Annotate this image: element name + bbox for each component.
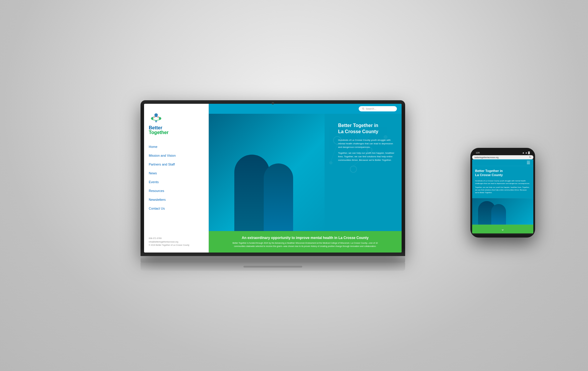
phone-hero-desc: Hundreds of La Crosse County youth strug… [475,180,530,194]
green-section-title: An extraordinary opportunity to improve … [216,236,395,240]
hero-title: Better Together in La Crosse County [338,123,397,135]
logo-text-better: Better [149,126,204,130]
svg-point-8 [154,116,155,117]
green-section-body: Better Together is funded through 2024 b… [232,242,379,248]
nav-item-newsletters[interactable]: Newsletters [149,195,204,204]
laptop-body: Better Together Home Mission and Vision … [141,100,405,256]
nav-item-resources[interactable]: Resources [149,186,204,195]
phone-url: bettertogetherlacrosse.org [475,156,499,158]
green-section: An extraordinary opportunity to improve … [209,231,402,253]
phone-nav: ☰ [472,159,533,166]
svg-point-0 [154,113,158,117]
svg-point-16 [329,161,333,164]
hero-people [209,114,325,231]
svg-line-11 [364,109,364,110]
phone-body: 120 ▲ ▲ ▓ bettertogetherlacrosse.org ↻ ☰… [470,148,535,238]
phone-para1: Hundreds of La Crosse County youth strug… [475,180,530,185]
nav-item-home[interactable]: Home [149,142,204,151]
search-placeholder: Search... [366,107,376,110]
phone-icons: ▲ ▲ ▓ [522,151,530,154]
laptop-hinge [243,266,302,268]
nav-item-mission[interactable]: Mission and Vision [149,151,204,160]
phone-bottom-bar [472,233,533,235]
svg-line-7 [156,120,160,121]
laptop-screen: Better Together Home Mission and Vision … [144,104,402,253]
hamburger-icon[interactable]: ☰ [527,161,530,165]
nav-menu: Home Mission and Vision Partners and Sta… [149,142,204,232]
phone-status-bar: 120 ▲ ▲ ▓ [472,151,533,155]
phone-hero-section: Better Together in La Crosse County Hund… [472,166,533,198]
svg-point-1 [151,117,153,120]
phone-person-2 [491,204,506,225]
svg-point-10 [363,108,364,109]
svg-point-9 [158,116,158,117]
footer-copyright: © 2019 Better Together of La Crosse Coun… [149,243,204,247]
phone-refresh-icon[interactable]: ↻ [529,156,531,158]
hero-para2: Together, we can help our youth live hap… [338,151,397,162]
person-2 [264,163,293,231]
svg-line-6 [152,120,156,121]
search-bar[interactable]: Search... [359,106,397,111]
footer-email: info@bettertogetherlacrosse.org [149,240,204,243]
logo-area: Better Together [149,110,204,135]
laptop-device: Better Together Home Mission and Vision … [141,100,405,271]
phone-para2: Together, we can help our youth live hap… [475,186,530,194]
website-sidebar: Better Together Home Mission and Vision … [144,104,209,253]
logo-text-together: Together [149,130,204,135]
sidebar-footer: 608-371-9789 info@bettertogetherlacrosse… [149,237,204,247]
svg-point-3 [155,121,157,123]
laptop-base [141,256,405,263]
phone-image-area [472,198,533,225]
website-main: Search... [209,104,402,253]
footer-phone: 608-371-9789 [149,237,204,240]
nav-item-contact[interactable]: Contact Us [149,204,204,213]
svg-point-14 [350,166,357,173]
hero-para1: Hundreds of La Crosse County youth strug… [338,138,397,149]
phone-time: 120 [476,151,480,154]
phone-green-section: ⌄ [472,225,533,233]
nav-item-partners[interactable]: Partners and Staff [149,160,204,168]
svg-point-2 [159,117,161,120]
nav-item-news[interactable]: News [149,168,204,177]
website-header: Search... [209,104,402,114]
scroll-down-icon[interactable]: ⌄ [501,227,505,231]
phone-hero-title: Better Together in La Crosse County [475,169,530,177]
hero-area: Better Together in La Crosse County Hund… [209,114,402,231]
laptop-foot [141,263,405,271]
nav-item-events[interactable]: Events [149,177,204,186]
phone-url-bar[interactable]: bettertogetherlacrosse.org ↻ [472,155,533,159]
phone-device: 120 ▲ ▲ ▓ bettertogetherlacrosse.org ↻ ☰… [470,148,535,238]
svg-line-19 [331,144,337,161]
laptop-camera [272,102,274,104]
hero-text: Better Together in La Crosse County Hund… [338,123,397,164]
hero-description: Hundreds of La Crosse County youth strug… [338,138,397,162]
logo-icon [149,110,163,124]
phone-screen: ☰ Better Together in La Crosse County Hu… [472,159,533,233]
search-icon [362,108,365,110]
